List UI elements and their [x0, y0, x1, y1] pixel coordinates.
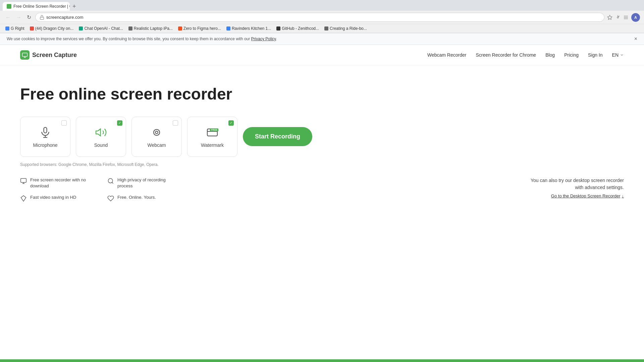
cookie-close-button[interactable]: × — [634, 36, 637, 42]
webcam-label: Webcam — [148, 142, 166, 148]
heart-icon — [107, 195, 114, 202]
svg-rect-0 — [40, 17, 44, 19]
svg-point-18 — [108, 178, 113, 183]
feature-free-online-text: Free. Online. Yours. — [117, 194, 156, 200]
bookmark-laptop[interactable]: Realistic Laptop iPa... — [127, 25, 174, 32]
recording-options: Microphone ✓ Sound — [20, 117, 624, 157]
download-icon: ↓ — [622, 193, 624, 198]
star-icon[interactable] — [607, 15, 612, 20]
sound-checkbox[interactable]: ✓ — [117, 120, 122, 126]
bookmark-ride[interactable]: Creating a Ride-bo... — [323, 25, 368, 32]
language-selector[interactable]: EN — [612, 52, 624, 58]
bookmark-label: (44) Dragon City on... — [35, 26, 74, 31]
diamond-svg — [20, 195, 27, 202]
sound-option[interactable]: ✓ Sound — [76, 117, 126, 157]
desktop-recorder-link[interactable]: Go to the Desktop Screen Recorder ↓ — [551, 193, 624, 198]
microphone-option[interactable]: Microphone — [20, 117, 70, 157]
nav-signin[interactable]: Sign In — [588, 52, 603, 58]
free-badge: FREE — [210, 128, 218, 131]
bookmark-label: Creating a Ride-bo... — [330, 26, 367, 31]
bookmark-ravinders[interactable]: Ravinders Kitchen 1... — [225, 25, 272, 32]
back-button[interactable]: ← — [4, 14, 12, 21]
svg-rect-9 — [44, 127, 47, 133]
webcam-svg — [151, 126, 163, 138]
supported-browsers-text: Supported browsers: Google Chrome, Mozil… — [20, 162, 624, 167]
svg-marker-1 — [607, 15, 612, 19]
nav-screen-recorder-chrome[interactable]: Screen Recorder for Chrome — [476, 52, 536, 58]
feature-hd-saving-text: Fast video saving in HD — [30, 194, 76, 200]
bookmark-favicon — [226, 26, 230, 31]
watermark-option[interactable]: ✓ FREE Watermark — [187, 117, 237, 157]
webcam-option[interactable]: Webcam — [131, 117, 182, 157]
nav-webcam-recorder[interactable]: Webcam Recorder — [427, 52, 466, 58]
bookmark-figma[interactable]: Zero to Figma hero... — [177, 25, 222, 32]
svg-marker-12 — [96, 129, 101, 136]
microphone-icon — [39, 126, 52, 139]
svg-point-2 — [617, 17, 619, 18]
bookmark-label: GitHub - Zenithcod... — [282, 26, 319, 31]
refresh-button[interactable]: ↻ — [25, 13, 33, 21]
nav-blog[interactable]: Blog — [545, 52, 555, 58]
bookmark-g-right[interactable]: G Right — [4, 25, 26, 32]
address-bar: ← → ↻ screencapture.com A — [0, 11, 644, 24]
chevron-down-icon — [620, 53, 624, 57]
profile-icon[interactable]: A — [631, 13, 640, 22]
mic-svg — [39, 126, 51, 138]
start-recording-button[interactable]: Start Recording — [243, 127, 312, 146]
diamond-icon — [20, 195, 27, 202]
feature-no-download-text: Free screen recorder with no download — [30, 177, 94, 189]
bookmark-label: Realistic Laptop iPa... — [134, 26, 173, 31]
feature-high-privacy: High privacy of recording process — [107, 177, 181, 189]
bookmark-dragon-city[interactable]: (44) Dragon City on... — [29, 25, 75, 32]
logo-svg — [22, 52, 28, 58]
menu-icon[interactable] — [623, 15, 629, 20]
sound-label: Sound — [94, 142, 108, 148]
watermark-label: Watermark — [201, 142, 224, 148]
speaker-svg — [95, 126, 107, 138]
bookmark-favicon — [276, 26, 280, 31]
watermark-icon: FREE — [206, 126, 219, 139]
microphone-checkbox[interactable] — [61, 120, 67, 126]
browser-chrome: Free Online Screen Recorder | C... × + ←… — [0, 0, 644, 33]
tab-title: Free Online Screen Recorder | C... — [13, 4, 70, 9]
hero-section: Free online screen recorder Microphone — [0, 65, 644, 215]
bookmark-label: G Right — [11, 26, 24, 31]
nav-pricing[interactable]: Pricing — [564, 52, 579, 58]
app: We use cookies to improve the services w… — [0, 33, 644, 355]
bookmark-label: Chat OpenAI - Chat... — [84, 26, 123, 31]
svg-rect-16 — [21, 178, 26, 182]
logo-icon — [20, 50, 30, 60]
url-text: screencapture.com — [46, 15, 600, 20]
webcam-icon — [150, 126, 163, 139]
tab-bar: Free Online Screen Recorder | C... × + — [0, 0, 644, 11]
watermark-checkbox[interactable]: ✓ — [228, 120, 234, 126]
shield-svg — [107, 178, 114, 184]
nav-links: Webcam Recorder Screen Recorder for Chro… — [427, 52, 624, 58]
feature-high-privacy-text: High privacy of recording process — [117, 177, 181, 189]
language-label: EN — [612, 52, 619, 58]
webcam-checkbox[interactable] — [173, 120, 178, 126]
new-tab-button[interactable]: + — [70, 2, 78, 11]
privacy-policy-link[interactable]: Privacy Policy — [251, 37, 276, 41]
logo[interactable]: Screen Capture — [20, 50, 77, 60]
heart-svg — [107, 195, 114, 202]
features-grid: Free screen recorder with no download Hi… — [20, 177, 181, 202]
feature-free-online: Free. Online. Yours. — [107, 194, 181, 202]
bookmark-chatgpt[interactable]: Chat OpenAI - Chat... — [77, 25, 124, 32]
bookmark-label: Zero to Figma hero... — [183, 26, 221, 31]
feature-hd-saving: Fast video saving in HD — [20, 194, 94, 202]
bookmark-label: Ravinders Kitchen 1... — [232, 26, 271, 31]
svg-point-13 — [154, 129, 160, 135]
bookmark-github[interactable]: GitHub - Zenithcod... — [275, 25, 320, 32]
url-bar[interactable]: screencapture.com — [35, 13, 604, 22]
tab-favicon — [7, 4, 11, 9]
forward-button[interactable]: → — [15, 14, 23, 21]
features-row: Free screen recorder with no download Hi… — [20, 177, 624, 202]
active-tab[interactable]: Free Online Screen Recorder | C... × — [3, 2, 70, 11]
desktop-cta-description: You can also try our desktop screen reco… — [531, 177, 624, 191]
shield-icon — [107, 178, 114, 184]
svg-point-14 — [155, 131, 158, 134]
navbar: Screen Capture Webcam Recorder Screen Re… — [0, 45, 644, 65]
bookmark-favicon — [5, 26, 9, 31]
extensions-icon[interactable] — [615, 15, 621, 20]
